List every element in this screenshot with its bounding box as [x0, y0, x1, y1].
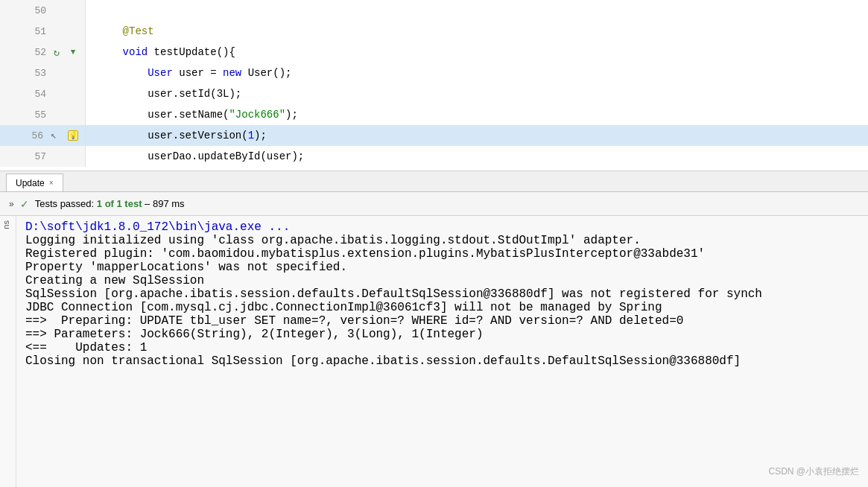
cursor-icon-56: ↖ — [48, 130, 60, 141]
line-gutter-54: 54 — [0, 83, 86, 104]
line-icon2-54 — [67, 88, 79, 100]
test-time: 897 ms — [153, 198, 185, 209]
line-content-54: user.setId(3L); — [86, 83, 241, 104]
console-line-4: Creating a new SqlSession — [25, 274, 859, 287]
line-content-57: userDao.updateById(user); — [86, 146, 304, 167]
tests-passed-label: Tests passed: 1 of 1 test – 897 ms — [35, 198, 185, 209]
console-line-6: JDBC Connection [com.mysql.cj.jdbc.Conne… — [25, 301, 859, 314]
code-line-57: 57 userDao.updateById(user); — [0, 146, 868, 167]
line-icon2-52: ▼ — [67, 46, 79, 58]
line-icon-54 — [51, 88, 63, 100]
code-lines: 50 51 @Test 52 ↻ — [0, 0, 868, 167]
line-number-52: 52 — [25, 47, 46, 58]
code-line-53: 53 User user = new User(); — [0, 63, 868, 83]
line-content-55: user.setName("Jock666"); — [86, 104, 298, 125]
code-line-50: 50 — [0, 0, 868, 21]
line-number-57: 57 — [25, 151, 46, 162]
line-content-56: user.setVersion(1); — [86, 125, 267, 146]
side-label: ns — [0, 216, 12, 234]
update-tab[interactable]: Update × — [6, 174, 63, 191]
watermark: CSDN @小袁拒绝摆烂 — [768, 465, 859, 478]
console-line-5: SqlSession [org.apache.ibatis.session.de… — [25, 287, 859, 301]
tab-label: Update — [16, 178, 45, 188]
lightbulb[interactable]: 💡 — [68, 130, 78, 141]
line-gutter-51: 51 — [0, 21, 86, 42]
left-strip: ns — [0, 216, 16, 487]
console-line-10: Closing non transactional SqlSession [or… — [25, 354, 859, 368]
line-icon2-55 — [67, 109, 79, 121]
tab-bar: Update × — [0, 171, 868, 192]
line-icon-50 — [51, 4, 63, 16]
tests-count: 1 of 1 test — [97, 198, 142, 209]
tests-passed-text: Tests passed: — [35, 198, 97, 209]
line-number-56: 56 — [22, 130, 43, 141]
bottom-section: Update × » ✓ Tests passed: 1 of 1 test –… — [0, 171, 868, 487]
bulb-icon-56: 💡 — [67, 130, 79, 141]
line-number-55: 55 — [25, 109, 46, 121]
code-line-55: 55 user.setName("Jock666"); — [0, 104, 868, 125]
line-gutter-53: 53 — [0, 63, 86, 83]
line-content-51: @Test — [86, 21, 154, 42]
line-gutter-56: 56 ↖ 💡 — [0, 125, 86, 146]
refresh-icon-52: ↻ — [51, 46, 63, 58]
line-icon-57 — [51, 150, 63, 162]
arrows-icon: » — [9, 199, 14, 209]
annotation-test: @Test — [98, 25, 154, 37]
line-content-53: User user = new User(); — [86, 63, 291, 83]
console-line-0: D:\soft\jdk1.8.0_172\bin\java.exe ... — [25, 220, 859, 234]
line-icon-55 — [51, 109, 63, 121]
line-gutter-50: 50 — [0, 0, 86, 21]
console-line-8: ==> Parameters: Jock666(String), 2(Integ… — [25, 328, 859, 341]
test-result-bar: » ✓ Tests passed: 1 of 1 test – 897 ms — [0, 192, 868, 216]
line-icon2-57 — [67, 150, 79, 162]
line-icon-51 — [51, 25, 63, 37]
line-number-50: 50 — [25, 5, 46, 16]
code-line-52: 52 ↻ ▼ void testUpdate(){ — [0, 42, 868, 63]
tab-close-button[interactable]: × — [49, 179, 54, 187]
line-icon2-50 — [67, 4, 79, 16]
console-text: D:\soft\jdk1.8.0_172\bin\java.exe ... Lo… — [16, 216, 868, 487]
console-line-7: ==> Preparing: UPDATE tbl_user SET name=… — [25, 314, 859, 328]
console-line-11 — [25, 368, 859, 381]
code-line-56: 56 ↖ 💡 user.setVersion(1); — [0, 125, 868, 146]
check-icon: ✓ — [20, 198, 29, 210]
code-line-51: 51 @Test — [0, 21, 868, 42]
line-content-52: void testUpdate(){ — [86, 42, 235, 63]
console-content: ns D:\soft\jdk1.8.0_172\bin\java.exe ...… — [0, 216, 868, 487]
line-icon2-53 — [67, 67, 79, 79]
console-line-1: Logging initialized using 'class org.apa… — [25, 234, 859, 247]
console-line-2: Registered plugin: 'com.baomidou.mybatis… — [25, 247, 859, 261]
line-gutter-55: 55 — [0, 104, 86, 125]
line-content-50 — [86, 0, 98, 21]
line-gutter-57: 57 — [0, 146, 86, 167]
line-icon-53 — [51, 67, 63, 79]
line-gutter-52: 52 ↻ ▼ — [0, 42, 86, 63]
line-number-54: 54 — [25, 89, 46, 100]
code-editor: 50 51 @Test 52 ↻ — [0, 0, 868, 171]
code-line-54: 54 user.setId(3L); — [0, 83, 868, 104]
console-line-3: Property 'mapperLocations' was not speci… — [25, 261, 859, 274]
line-number-51: 51 — [25, 26, 46, 37]
line-number-53: 53 — [25, 68, 46, 79]
console-line-9: <== Updates: 1 — [25, 341, 859, 354]
main-layout: 50 51 @Test 52 ↻ — [0, 0, 868, 487]
test-separator: – — [142, 198, 152, 209]
line-icon2-51 — [67, 25, 79, 37]
